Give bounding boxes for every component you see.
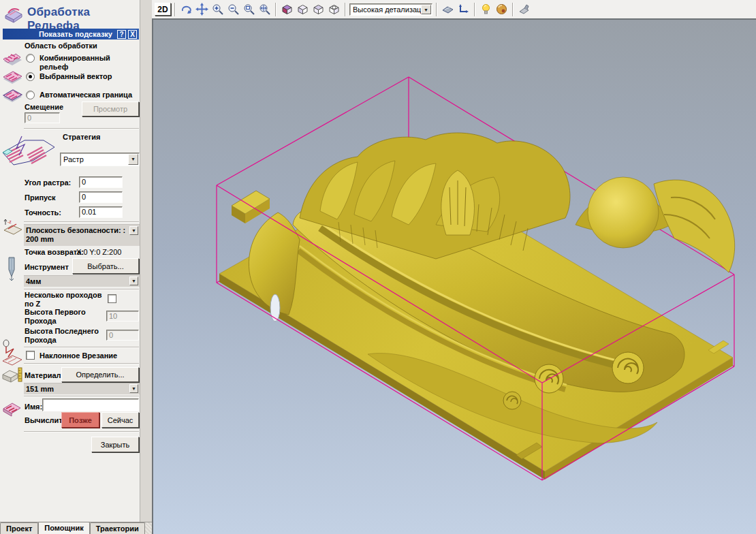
radio-auto-boundary[interactable] [26, 91, 35, 99]
last-pass-input[interactable]: 0 [106, 330, 139, 341]
raster-strategy-icon [1, 135, 57, 172]
mode-2d-button[interactable]: 2D [155, 3, 171, 16]
define-material-button[interactable]: Определить... [61, 367, 139, 382]
pan-view-icon[interactable] [195, 2, 209, 16]
home-point-label: Точка возврата: [25, 248, 84, 257]
radio-selected-vector[interactable] [26, 72, 35, 81]
home-point-value: X:0 Y:0 Z:200 [76, 248, 121, 256]
view-top-icon[interactable] [327, 2, 341, 16]
toolbar-separator [512, 3, 514, 16]
separator [24, 221, 139, 223]
multipass-checkbox[interactable] [108, 294, 116, 303]
allowance-label: Припуск [25, 193, 56, 202]
view-front-icon[interactable] [296, 2, 310, 16]
lighting-icon[interactable] [479, 2, 493, 16]
separator [24, 431, 139, 433]
radio-auto-boundary-label[interactable]: Автоматическая граница [40, 91, 132, 99]
ramp-icon [0, 339, 23, 368]
allowance-input[interactable]: 0 [79, 191, 123, 203]
first-pass-label: Высота Первого Прохода [25, 308, 99, 326]
tool-value-bar[interactable]: 4мм [24, 275, 140, 287]
detail-level-select[interactable]: Высокая детализация [349, 3, 432, 16]
view-isometric-icon[interactable] [280, 2, 294, 16]
erase-toolpath-icon[interactable] [517, 2, 531, 16]
show-tip-label[interactable]: Показать подсказку [39, 30, 112, 38]
multipass-label: Несколько проходов по Z [25, 291, 106, 309]
origin-axis-icon[interactable] [456, 2, 471, 16]
panel-scrollbar[interactable] [140, 0, 153, 534]
close-icon[interactable]: X [128, 30, 137, 39]
strategy-select[interactable]: Растр [60, 153, 140, 166]
safe-z-label: Плоскость безопасности: : 200 mm [26, 226, 125, 243]
toolbar-separator [174, 3, 176, 16]
calculate-now-button[interactable]: Сейчас [101, 412, 139, 428]
material-value-bar[interactable]: 151 mm [24, 383, 140, 394]
preview-button[interactable]: Просмотр [82, 101, 139, 116]
chevron-down-icon[interactable] [129, 226, 138, 235]
application-window: Обработка Рельефа Показать подсказку ? X… [0, 0, 756, 534]
material-shading-icon[interactable] [494, 2, 509, 16]
strategy-title: Стратегия [63, 133, 100, 142]
separator [24, 396, 139, 397]
chevron-down-icon[interactable] [128, 154, 138, 165]
first-pass-input[interactable]: 10 [106, 311, 139, 321]
chevron-down-icon[interactable] [129, 384, 138, 393]
machining-panel: Обработка Рельефа Показать подсказку ? X… [0, 0, 140, 534]
zoom-in-icon[interactable] [210, 2, 225, 16]
tab-project[interactable]: Проект [0, 522, 38, 534]
tolerance-label: Точность: [25, 208, 61, 217]
relief-plane-icon[interactable] [441, 2, 455, 16]
help-icon[interactable]: ? [117, 30, 126, 39]
separator [24, 363, 139, 364]
separator [24, 347, 139, 348]
toolbar-separator [436, 3, 437, 16]
auto-boundary-icon [1, 87, 23, 104]
raster-angle-input[interactable]: 0 [79, 176, 123, 188]
safe-z-bar[interactable]: Плоскость безопасности: : 200 mm [24, 224, 140, 246]
last-pass-label: Высота Последнего Прохода [25, 327, 106, 345]
offset-label: Смещение [25, 103, 63, 112]
combined-relief-icon [1, 50, 23, 67]
radio-selected-vector-label[interactable]: Выбранный вектор [40, 72, 112, 81]
tab-toolpaths[interactable]: Траектории [90, 522, 145, 534]
bottom-tabs: Проект Помощник Траектории [0, 522, 152, 534]
viewport-3d[interactable] [152, 18, 756, 534]
relief-machining-icon [3, 3, 25, 24]
toolpath-name-icon [1, 398, 22, 417]
zoom-out-icon[interactable] [226, 2, 240, 16]
toolbar-separator [275, 3, 277, 16]
material-icon [1, 365, 23, 384]
zoom-extents-icon[interactable] [257, 2, 272, 16]
toolbar-separator [345, 3, 346, 16]
svg-text:-z: -z [7, 219, 12, 224]
rotate-view-icon[interactable] [179, 2, 193, 16]
separator [24, 289, 139, 290]
chevron-down-icon[interactable] [129, 277, 138, 285]
select-tool-button[interactable]: Выбрать... [72, 258, 139, 274]
chevron-down-icon[interactable] [421, 5, 431, 14]
tab-assistant[interactable]: Помощник [38, 522, 89, 534]
relief-model-view [153, 20, 756, 534]
tool-label: Инструмент [25, 263, 69, 272]
radio-combined-relief[interactable] [26, 54, 35, 63]
toolbar-separator [474, 3, 475, 16]
tolerance-input[interactable]: 0.01 [79, 206, 123, 218]
strategy-value: Растр [63, 155, 84, 163]
tool-value: 4мм [26, 277, 41, 285]
radio-combined-relief-label[interactable]: Комбинированный рельеф [40, 54, 140, 72]
view-toolbar: 2D [152, 0, 756, 18]
ramp-checkbox[interactable] [26, 351, 35, 360]
name-label: Имя: [25, 403, 42, 411]
selected-vector-icon [1, 69, 23, 85]
calculate-later-button[interactable]: Позже [61, 412, 99, 428]
name-input[interactable] [42, 398, 139, 411]
material-value: 151 mm [26, 385, 54, 393]
zoom-window-icon[interactable] [242, 2, 256, 16]
offset-input[interactable]: 0 [25, 112, 60, 123]
calculate-label: Вычислить [25, 416, 64, 425]
view-side-icon[interactable] [311, 2, 326, 16]
material-label: Материал [25, 371, 61, 380]
close-button[interactable]: Закрыть [91, 437, 139, 452]
ramp-label[interactable]: Наклонное Врезание [40, 351, 117, 360]
area-section-title: Область обработки [25, 42, 97, 50]
